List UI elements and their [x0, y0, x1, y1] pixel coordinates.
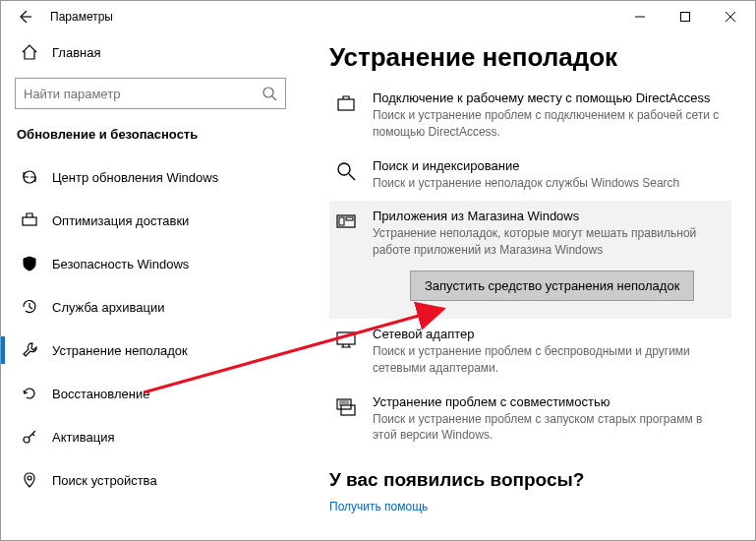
svg-rect-10 — [337, 332, 355, 344]
troubleshoot-item-compatibility[interactable]: Устранение проблем с совместимостью Поис… — [329, 387, 731, 454]
run-troubleshooter-button[interactable]: Запустить средство устранения неполадок — [410, 270, 694, 301]
sidebar-item-label: Устранение неполадок — [52, 343, 188, 358]
sidebar-item-label: Восстановление — [52, 387, 149, 401]
troubleshoot-item-desc: Поиск и устранение проблем с подключение… — [373, 107, 726, 141]
section-title: Обновление и безопасность — [15, 127, 286, 142]
home-label: Главная — [52, 45, 100, 60]
questions-heading: У вас появились вопросы? — [329, 469, 731, 491]
sidebar-item-label: Служба архивации — [52, 300, 165, 315]
sidebar-item-security[interactable]: Безопасность Windows — [15, 242, 286, 285]
sidebar-item-backup[interactable]: Служба архивации — [15, 285, 286, 329]
location-icon — [21, 471, 38, 489]
sidebar-item-label: Поиск устройства — [52, 473, 157, 488]
shield-icon — [21, 255, 38, 272]
svg-rect-11 — [337, 399, 351, 409]
window-title: Параметры — [46, 10, 617, 24]
maximize-button[interactable] — [663, 1, 708, 32]
svg-point-4 — [28, 476, 31, 480]
sidebar-item-troubleshoot[interactable]: Устранение неполадок — [15, 329, 286, 372]
troubleshoot-item-desc: Поиск и устранение неполадок службы Wind… — [373, 175, 726, 192]
troubleshoot-item-desc: Поиск и устранение проблем с беспроводны… — [373, 343, 726, 377]
sidebar-item-find-device[interactable]: Поиск устройства — [15, 458, 286, 502]
apps-icon — [335, 210, 357, 232]
svg-rect-0 — [681, 13, 690, 22]
troubleshoot-item-title: Поиск и индексирование — [373, 158, 726, 173]
sidebar-item-label: Оптимизация доставки — [52, 213, 189, 228]
svg-point-6 — [338, 163, 350, 175]
svg-rect-5 — [338, 99, 354, 110]
sidebar-item-activation[interactable]: Активация — [15, 415, 286, 458]
home-link[interactable]: Главная — [15, 32, 286, 72]
troubleshoot-item-store-apps[interactable]: Приложения из Магазина Windows Устранени… — [329, 201, 731, 319]
sidebar-item-windows-update[interactable]: Центр обновления Windows — [15, 155, 286, 199]
sidebar-item-delivery-optimization[interactable]: Оптимизация доставки — [15, 199, 286, 242]
troubleshoot-item-directaccess[interactable]: Подключение к рабочему месту с помощью D… — [329, 83, 731, 150]
recovery-icon — [21, 385, 38, 402]
search-icon — [262, 86, 277, 101]
search-input[interactable] — [15, 78, 286, 109]
search-icon — [335, 160, 357, 182]
svg-point-1 — [263, 88, 273, 97]
close-button[interactable] — [708, 1, 753, 32]
compatibility-icon — [335, 396, 357, 418]
back-button[interactable] — [3, 1, 46, 32]
troubleshoot-item-title: Сетевой адаптер — [373, 327, 726, 341]
sidebar-item-label: Безопасность Windows — [52, 257, 189, 271]
sidebar: Главная Обновление и безопасность Центр … — [1, 32, 296, 540]
search-field[interactable] — [24, 87, 262, 101]
sidebar-item-label: Центр обновления Windows — [52, 170, 218, 185]
page-title: Устранение неполадок — [329, 42, 731, 73]
sidebar-item-recovery[interactable]: Восстановление — [15, 372, 286, 415]
svg-rect-9 — [346, 217, 353, 220]
delivery-icon — [21, 211, 38, 229]
troubleshoot-item-title: Подключение к рабочему месту с помощью D… — [373, 90, 726, 105]
troubleshoot-item-desc: Устранение неполадок, которые могут меша… — [373, 225, 726, 259]
svg-rect-2 — [23, 217, 36, 225]
network-adapter-icon — [335, 329, 357, 350]
sidebar-item-label: Активация — [52, 430, 114, 445]
backup-icon — [21, 298, 38, 316]
briefcase-icon — [335, 92, 357, 114]
get-help-link[interactable]: Получить помощь — [329, 500, 428, 513]
main-content: Устранение неполадок Подключение к рабоч… — [296, 32, 755, 540]
key-icon — [21, 428, 38, 446]
svg-rect-12 — [341, 405, 355, 415]
troubleshoot-item-desc: Поиск и устранение проблем с запуском ст… — [373, 411, 726, 445]
minimize-button[interactable] — [617, 1, 663, 32]
home-icon — [21, 43, 38, 61]
troubleshoot-item-title: Устранение проблем с совместимостью — [373, 394, 726, 409]
troubleshoot-item-network[interactable]: Сетевой адаптер Поиск и устранение пробл… — [329, 319, 731, 387]
troubleshoot-item-search[interactable]: Поиск и индексирование Поиск и устранени… — [329, 150, 731, 202]
wrench-icon — [21, 341, 38, 359]
troubleshoot-item-title: Приложения из Магазина Windows — [373, 209, 726, 223]
svg-rect-8 — [339, 217, 344, 225]
sync-icon — [21, 168, 38, 186]
